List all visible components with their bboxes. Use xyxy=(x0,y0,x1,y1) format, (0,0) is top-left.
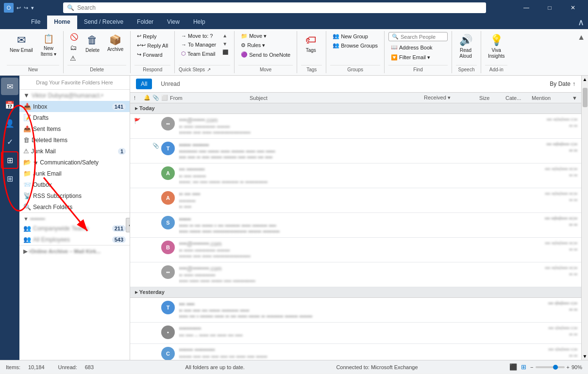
quickstep-team-email[interactable]: ⬡ Team Email xyxy=(179,49,218,58)
search-input[interactable] xyxy=(77,4,482,11)
maximize-button[interactable]: □ xyxy=(538,0,561,16)
ribbon-scroll-up[interactable]: ▲ xyxy=(577,33,585,42)
email-item[interactable]: 📎 T •••••• •••••••• •••••••••• •••• ••••… xyxy=(130,139,581,163)
folder-item-comm-safety[interactable]: 📂 ★ Communication/Safety xyxy=(19,157,130,168)
viva-insights-button[interactable]: 💡 VivaInsights xyxy=(485,32,507,61)
col-header-received[interactable]: Received ▾ xyxy=(424,95,477,101)
move-button[interactable]: 📁 Move ▾ xyxy=(238,32,269,40)
folder-panel-collapse-button[interactable]: ‹ xyxy=(126,218,130,232)
sidebar-icon-apps[interactable]: ⊞ xyxy=(1,170,18,187)
filter-tab-unread[interactable]: Unread xyxy=(156,79,185,89)
email-item[interactable]: A ••• ••••••••• •• •••• ••••••• ••••••: … xyxy=(130,163,581,188)
address-book-button[interactable]: 📖 Address Book xyxy=(388,43,435,51)
folder-item-sent[interactable]: 📤 Sent Items xyxy=(19,123,130,134)
email-flag[interactable] xyxy=(134,166,142,167)
col-header-subject[interactable]: Subject xyxy=(250,95,422,101)
col-header-flag[interactable]: ! xyxy=(134,95,142,101)
folder-item-rss[interactable]: 📡 RSS Subscriptions xyxy=(19,190,130,201)
email-item[interactable]: A •• ••• •••• ••••••••• •• •••• ••• ••/•… xyxy=(130,188,581,213)
tab-home[interactable]: Home xyxy=(47,16,77,29)
folder-item-search-folders[interactable]: 🔍 Search Folders xyxy=(19,201,130,212)
search-people-box[interactable]: 🔍 xyxy=(388,32,448,41)
email-flag[interactable] xyxy=(134,325,142,326)
email-flag[interactable] xyxy=(134,216,142,217)
scroll-down-arrow[interactable]: ▼ xyxy=(582,353,588,360)
normal-view-button[interactable]: ⬛ xyxy=(509,363,517,371)
quick-access-redo[interactable]: ↪ xyxy=(24,5,28,11)
archive-button[interactable]: 📦 Archive xyxy=(104,32,126,54)
tab-help[interactable]: Help xyxy=(186,16,212,29)
folder-item-deleted[interactable]: 🗑 Deleted Items xyxy=(19,134,130,146)
quicksteps-expand[interactable]: ⬛ xyxy=(220,49,230,56)
zoom-thumb[interactable] xyxy=(553,365,558,370)
new-group-button[interactable]: 👥 New Group xyxy=(330,32,370,40)
col-header-reminder[interactable]: 🔔 xyxy=(144,95,151,101)
zoom-out-button[interactable]: − xyxy=(530,364,533,370)
send-onenote-button[interactable]: 🟣 Send to OneNote xyxy=(238,50,293,59)
email-item[interactable]: T ••• •••• •• •••• •••• ••• •••••• •••••… xyxy=(130,298,581,323)
compact-view-button[interactable]: ⊞ xyxy=(521,363,526,371)
tags-button[interactable]: 🏷 Tags xyxy=(301,32,320,55)
col-header-filter[interactable]: ▼ xyxy=(568,95,577,101)
email-list-scrollbar[interactable]: ▲ ▼ xyxy=(581,76,588,360)
filter-email-button[interactable]: 🔽 Filter Email ▾ xyxy=(388,53,433,62)
sidebar-icon-notes[interactable]: ⊞ xyxy=(1,151,18,169)
ribbon-collapse-button[interactable]: ∧ xyxy=(578,17,584,28)
email-flag[interactable] xyxy=(134,142,142,143)
junk-button[interactable]: ⚠ xyxy=(67,53,81,63)
email-item[interactable]: 🚩 •• ••••@••••••.com •• ••••• ••••••••••… xyxy=(130,114,581,139)
clean-up-button[interactable]: 🗂 xyxy=(67,43,81,52)
col-header-attach[interactable]: 📎 xyxy=(152,95,159,101)
col-header-mention[interactable]: Mention xyxy=(532,95,566,101)
filter-tab-all[interactable]: All xyxy=(136,79,152,89)
col-header-category2[interactable]: Cate... xyxy=(505,95,530,101)
email-item[interactable]: S •••••• ••••• •• ••• •••••• • ••• •••••… xyxy=(130,213,581,238)
minimize-button[interactable]: — xyxy=(515,0,538,16)
folder-item-all-employees[interactable]: 👥 All Employees 543 xyxy=(19,234,130,245)
new-email-button[interactable]: ✉ New Email xyxy=(7,32,36,55)
scroll-thumb[interactable] xyxy=(583,88,588,107)
zoom-in-button[interactable]: + xyxy=(567,364,570,370)
folder-item-outbox[interactable]: 📨 Outbox xyxy=(19,179,130,190)
folder-item-companywide[interactable]: 👥 Companywide Teams 211 xyxy=(19,223,130,234)
email-sort-control[interactable]: By Date ↑ xyxy=(550,81,575,87)
quicksteps-scroll-down[interactable]: ▼ xyxy=(220,40,230,48)
rules-button[interactable]: ⚙ Rules ▾ xyxy=(238,41,268,49)
email-item[interactable]: •• ••••@••••••••.com •• ••••• ••••••••••… xyxy=(130,262,581,287)
email-flag[interactable]: 🚩 xyxy=(134,117,142,124)
delete-button[interactable]: 🗑 Delete xyxy=(83,32,102,55)
quicksteps-scroll-up[interactable]: ▲ xyxy=(220,32,230,39)
title-bar-search-box[interactable]: 🔍 xyxy=(63,2,486,13)
tab-folder[interactable]: Folder xyxy=(130,16,160,29)
close-button[interactable]: ✕ xyxy=(562,0,584,16)
email-flag[interactable] xyxy=(134,347,142,348)
quicksteps-dialog-button[interactable]: ↗ xyxy=(207,67,211,72)
quickstep-to-manager[interactable]: → To Manager xyxy=(179,41,218,49)
read-aloud-button[interactable]: 🔊 ReadAloud xyxy=(456,32,475,61)
email-item[interactable]: • ••••••••••• ••• •••• – ••••• ••• •••••… xyxy=(130,323,581,344)
tab-file[interactable]: File xyxy=(24,16,47,29)
scroll-track[interactable] xyxy=(583,83,588,353)
scroll-up-arrow[interactable]: ▲ xyxy=(582,76,588,83)
email-flag[interactable] xyxy=(134,191,142,192)
search-people-input[interactable] xyxy=(401,34,444,40)
email-flag[interactable] xyxy=(134,301,142,302)
ignore-button[interactable]: 🚫 xyxy=(67,32,81,42)
browse-groups-button[interactable]: 👥 Browse Groups xyxy=(330,41,380,49)
folder-item-junk-email[interactable]: 📁 Junk Email xyxy=(19,168,130,179)
tab-view[interactable]: View xyxy=(160,16,186,29)
reply-button[interactable]: ↩ Reply xyxy=(134,32,159,40)
email-item[interactable]: C ••••••• •••••••••• ••••••• •••• •••• •… xyxy=(130,344,581,360)
folder-item-junk[interactable]: ⚠ Junk Mail 1 xyxy=(19,146,130,157)
reply-all-button[interactable]: ↩↩ Reply All xyxy=(134,41,170,49)
new-items-button[interactable]: 📋 NewItems ▾ xyxy=(38,32,59,59)
sidebar-icon-tasks[interactable]: ✓ xyxy=(1,133,18,150)
sidebar-icon-people[interactable]: 👤 xyxy=(1,114,18,132)
folder-item-drafts[interactable]: 📝 Drafts xyxy=(19,112,130,123)
col-header-from[interactable]: From xyxy=(170,95,248,101)
email-item[interactable]: B ••••@••••••••.com •• ••••• •••••••••••… xyxy=(130,238,581,262)
tab-send-receive[interactable]: Send / Receive xyxy=(77,16,130,29)
zoom-slider[interactable] xyxy=(536,366,565,368)
folder-item-inbox[interactable]: 📥 Inbox 141 xyxy=(19,101,130,112)
quick-access-more[interactable]: ▾ xyxy=(31,5,34,11)
